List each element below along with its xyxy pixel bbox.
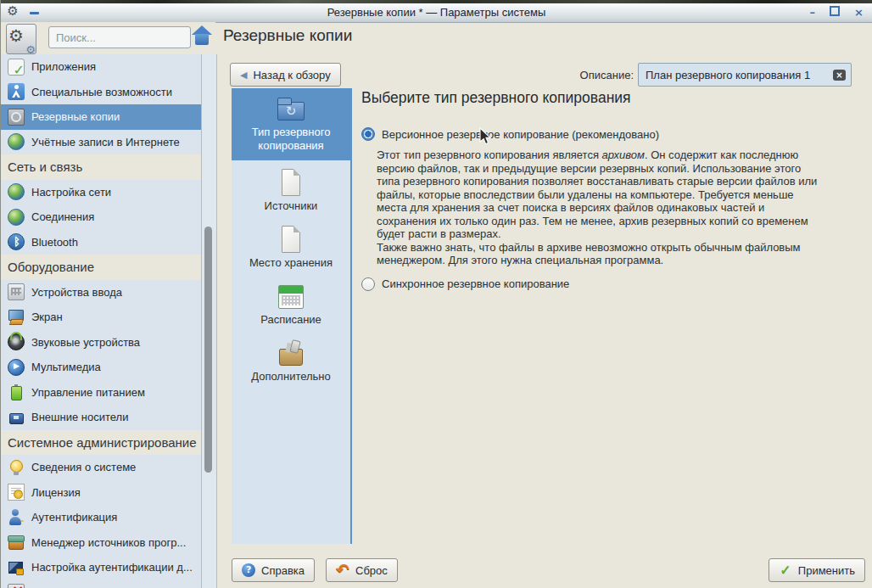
reset-button[interactable]: ↶ Сброс: [326, 558, 398, 582]
description-input[interactable]: [639, 69, 833, 81]
sidebar-item-label: Устройства ввода: [31, 286, 122, 299]
reset-button-label: Сброс: [355, 564, 388, 577]
window-controls: – ×: [810, 3, 864, 22]
search-input[interactable]: [48, 26, 191, 48]
sidebar-section-header: Сеть и связь: [1, 154, 201, 180]
description-text: Этот тип резервного копирования является: [377, 148, 602, 161]
software-sources-icon: [8, 534, 25, 551]
sidebar-item-label: Менеджер источников прогр...: [31, 536, 186, 549]
sidebar-item[interactable]: Звуковые устройства: [1, 330, 201, 356]
backups-icon: [8, 109, 25, 126]
sidebar-item[interactable]: Настройка видеокарты: [1, 580, 201, 588]
sidebar-item[interactable]: Экран: [1, 305, 201, 330]
sidebar-item[interactable]: Мультимедиа: [1, 355, 201, 380]
sidebar-item-label: Соединения: [31, 210, 94, 223]
radio-selected-icon[interactable]: [361, 127, 375, 141]
plan-nav-item-label: Расписание: [260, 313, 321, 327]
option-description: Этот тип резервного копирования является…: [377, 148, 824, 267]
sidebar-item-label: Оборудование: [8, 260, 94, 274]
sidebar-item-label: Специальные возможности: [31, 86, 172, 98]
sidebar-item-label: Звуковые устройства: [31, 336, 140, 349]
plan-nav-item[interactable]: Источники: [232, 160, 350, 217]
plan-nav-item-label: Дополнительно: [251, 370, 331, 384]
back-button-label: Назад к обзору: [253, 69, 330, 81]
sidebar-item[interactable]: Настройка сети: [1, 180, 201, 205]
sidebar-item[interactable]: Аутентификация: [1, 505, 201, 530]
plan-nav-item-label: Тип резервного копирования: [238, 126, 344, 153]
option-label: Версионное резервное копирование (рекоме…: [382, 128, 659, 141]
auth-config-icon: [8, 559, 25, 576]
system-info-icon: [8, 459, 25, 476]
back-triangle-icon: ◀: [240, 70, 247, 81]
radio-unselected-icon[interactable]: [361, 277, 375, 291]
plan-nav-item[interactable]: Расписание: [232, 274, 350, 331]
help-button[interactable]: Справка: [232, 558, 315, 582]
connections-icon: [8, 209, 25, 226]
apply-button[interactable]: ✓ Применить: [769, 558, 865, 582]
sidebar-item-label: Экран: [31, 311, 63, 323]
radio-option-versioned[interactable]: Версионное резервное копирование (рекоме…: [361, 127, 856, 141]
sidebar-item[interactable]: Внешние носители: [1, 405, 201, 430]
sidebar-scrollbar[interactable]: [201, 54, 217, 588]
home-button[interactable]: [191, 25, 213, 48]
mouse-cursor: [479, 127, 492, 146]
clear-input-icon[interactable]: ×: [833, 70, 846, 81]
sidebar-item-label: Мультимедиа: [31, 361, 101, 373]
sidebar-section-header: Системное администрирование: [1, 430, 201, 456]
sidebar-item-label: Настройка сети: [31, 186, 111, 199]
window-title: Резервные копии * — Параметры системы: [327, 6, 546, 19]
sidebar-item-label: Настройка аутентификации д...: [31, 561, 193, 574]
description-field: ×: [638, 63, 852, 87]
applications-icon: [8, 59, 25, 76]
apply-button-label: Применить: [798, 564, 855, 577]
window-icon: ⚙: [5, 3, 20, 19]
help-button-label: Справка: [261, 564, 305, 577]
sidebar-header: ⚙ ⚙: [1, 22, 215, 54]
plan-nav-item-label: Источники: [265, 199, 318, 213]
schedule-icon: [277, 282, 305, 311]
page-title: Резервные копии: [223, 26, 352, 45]
sidebar-item[interactable]: Учётные записи в Интернете: [1, 130, 201, 155]
online-accounts-icon: [8, 133, 25, 150]
sidebar-item-label: Учётные записи в Интернете: [31, 136, 180, 148]
sidebar-item[interactable]: Специальные возможности: [1, 80, 201, 105]
option-label: Синхронное резервное копирование: [382, 277, 569, 290]
sound-icon: [8, 333, 25, 350]
power-icon: [8, 384, 25, 400]
checkmark-icon: ✓: [779, 563, 792, 577]
sidebar-item-label: Управление питанием: [31, 386, 145, 399]
sidebar-item[interactable]: Приложения: [1, 54, 201, 80]
sidebar-item-label: Системное администрирование: [8, 435, 197, 450]
plan-nav-item[interactable]: Тип резервного копирования: [232, 88, 350, 160]
sidebar-item[interactable]: Bluetooth: [1, 230, 201, 255]
sidebar-item[interactable]: Лицензия: [1, 480, 201, 506]
minimize-button[interactable]: –: [810, 3, 816, 22]
radio-option-synchronized[interactable]: Синхронное резервное копирование: [361, 277, 856, 291]
titlebar[interactable]: ⚙ Резервные копии * — Параметры системы …: [1, 3, 872, 23]
category-list: Приложения Специальные возможности Резер…: [1, 54, 201, 588]
maximize-button[interactable]: [830, 3, 840, 22]
window-menu-dash-icon[interactable]: [30, 12, 39, 14]
advanced-icon: [277, 339, 305, 367]
sources-icon: [277, 168, 305, 197]
sidebar-item[interactable]: Сведения о системе: [1, 455, 201, 480]
plan-content: Выберите тип резервного копирования Верс…: [361, 89, 856, 299]
network-icon: [8, 183, 25, 200]
scrollbar-thumb[interactable]: [204, 227, 212, 473]
sidebar-item[interactable]: Менеджер источников прогр...: [1, 530, 201, 556]
sidebar-item[interactable]: Устройства ввода: [1, 280, 201, 305]
license-icon: [8, 484, 25, 501]
sidebar-section-header: Оборудование: [1, 255, 201, 280]
plan-nav-item[interactable]: Дополнительно: [232, 331, 350, 388]
description-label: Описание:: [580, 69, 634, 81]
close-button[interactable]: ×: [854, 3, 864, 22]
content-heading: Выберите тип резервного копирования: [361, 89, 856, 107]
back-to-overview-button[interactable]: ◀ Назад к обзору: [230, 63, 341, 87]
sidebar-item[interactable]: Резервные копии: [1, 104, 201, 130]
sidebar-item[interactable]: Соединения: [1, 204, 201, 230]
sidebar-item[interactable]: Настройка аутентификации д...: [1, 555, 201, 580]
plan-nav-item[interactable]: Место хранения: [232, 217, 350, 274]
input-devices-icon: [8, 283, 25, 300]
description-text: . Он содержит как последнюю версию файло…: [377, 148, 817, 266]
sidebar-item[interactable]: Управление питанием: [1, 380, 201, 406]
